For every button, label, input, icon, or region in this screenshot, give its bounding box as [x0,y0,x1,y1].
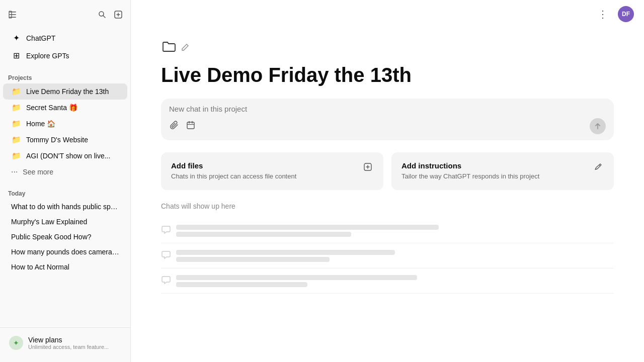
svg-rect-9 [187,122,194,129]
sidebar: ✦ ChatGPT ⊞ Explore GPTs Projects 📁 Live… [0,0,131,362]
chat-bubble-icon [161,224,171,237]
svg-line-5 [103,16,105,18]
main-content-area: ⋮ DF Live Demo Friday the 13th [131,0,644,362]
chat-item-3[interactable]: Public Speak Good How? [3,229,127,244]
avatar-button[interactable]: DF [618,6,634,22]
sidebar-item-chatgpt[interactable]: ✦ ChatGPT [3,29,127,47]
chat-placeholder-1 [161,218,614,243]
toggle-sidebar-button[interactable] [6,8,19,21]
sidebar-controls [0,4,130,25]
view-plans-icon: ✦ [9,336,23,350]
add-instructions-title: Add instructions [401,161,539,170]
add-files-subtitle: Chats in this project can access file co… [171,172,296,181]
chat-item-5[interactable]: How to Act Normal [3,259,127,275]
projects-section: Projects 📁 Live Demo Friday the 13th 📁 S… [0,66,130,182]
project-icon-row [161,38,614,58]
attach-button[interactable] [169,120,180,133]
add-instructions-icon-button[interactable] [593,161,604,174]
view-plans-text: View plans Unlimited access, team featur… [28,336,109,350]
svg-rect-1 [9,14,16,15]
folder-icon: 📁 [11,151,21,160]
chat-item-4-label: How many pounds does camera ... [11,248,119,256]
avatar-label: DF [622,11,630,18]
add-files-icon-button[interactable] [362,161,373,174]
today-label: Today [0,186,130,199]
send-button[interactable] [590,118,606,134]
chats-placeholder-label: Chats will show up here [161,202,614,210]
chat-input-area [161,99,614,140]
project-item-agi-label: AGI (DON'T show on live... [26,152,110,160]
main-header: ⋮ DF [131,0,644,28]
view-plans-title: View plans [28,336,109,344]
project-item-tommy[interactable]: 📁 Tommy D's Website [3,132,127,148]
chat-placeholder-2 [161,243,614,268]
see-more-icon: ··· [11,167,18,176]
chat-item-3-label: Public Speak Good How? [11,233,92,241]
chat-item-4[interactable]: How many pounds does camera ... [3,244,127,259]
folder-icon: 📁 [11,87,21,96]
add-instructions-text: Add instructions Tailor the way ChatGPT … [401,161,539,181]
see-more-button[interactable]: ··· See more [3,164,127,180]
project-folder-icon [161,38,177,58]
add-instructions-card[interactable]: Add instructions Tailor the way ChatGPT … [391,152,614,190]
projects-label: Projects [0,70,130,83]
more-options-button[interactable]: ⋮ [594,6,612,22]
sidebar-item-explore-gpts[interactable]: ⊞ Explore GPTs [3,47,127,64]
add-files-card[interactable]: Add files Chats in this project can acce… [161,152,383,190]
sidebar-item-explore-gpts-label: Explore GPTs [26,52,69,60]
chat-placeholder-lines-3 [176,275,614,287]
chat-bubble-icon [161,275,171,287]
chatgpt-icon: ✦ [11,33,21,43]
folder-icon: 📁 [11,103,21,112]
svg-rect-2 [9,17,16,18]
chat-placeholder-lines-2 [176,250,614,262]
chat-input[interactable] [169,105,606,113]
project-item-agi[interactable]: 📁 AGI (DON'T show on live... [3,148,127,164]
project-main: Live Demo Friday the 13th [131,28,644,362]
folder-icon: 📁 [11,119,21,128]
project-title: Live Demo Friday the 13th [161,64,614,86]
add-files-text: Add files Chats in this project can acce… [171,161,296,181]
grid-icon: ⊞ [11,51,21,60]
chat-bubble-icon [161,249,171,262]
chat-placeholder-lines-1 [176,225,614,237]
see-more-label: See more [23,168,53,176]
project-item-home[interactable]: 📁 Home 🏠 [3,116,127,132]
new-chat-button[interactable] [112,9,124,21]
placeholder-line [176,225,439,230]
chat-item-2-label: Murphy's Law Explained [11,218,87,226]
today-section: Today What to do with hands public spe..… [0,182,130,277]
sidebar-nav: ✦ ChatGPT ⊞ Explore GPTs [0,27,130,66]
svg-rect-0 [9,12,16,13]
placeholder-line [176,282,307,287]
project-item-secret-santa-label: Secret Santa 🎁 [26,104,77,112]
placeholder-line [176,275,417,280]
project-item-secret-santa[interactable]: 📁 Secret Santa 🎁 [3,100,127,116]
add-instructions-subtitle: Tailor the way ChatGPT responds in this … [401,172,539,181]
calendar-button[interactable] [185,120,196,133]
sidebar-bottom: ✦ View plans Unlimited access, team feat… [0,327,130,358]
chat-item-1-label: What to do with hands public spe... [11,203,119,211]
chat-input-tools [169,118,606,134]
dots-icon: ⋮ [598,9,608,20]
add-files-title: Add files [171,161,296,170]
project-item-home-label: Home 🏠 [26,120,55,128]
chat-placeholder-3 [161,268,614,294]
project-item-tommy-label: Tommy D's Website [26,136,88,144]
project-cards-row: Add files Chats in this project can acce… [161,152,614,190]
view-plans-sub: Unlimited access, team feature... [28,344,109,350]
chat-item-5-label: How to Act Normal [11,263,69,271]
chat-item-1[interactable]: What to do with hands public spe... [3,199,127,214]
sidebar-item-chatgpt-label: ChatGPT [26,34,55,42]
search-button[interactable] [96,9,108,21]
project-item-live-demo[interactable]: 📁 Live Demo Friday the 13th [3,83,127,100]
placeholder-line [176,250,395,255]
chat-item-2[interactable]: Murphy's Law Explained [3,214,127,229]
placeholder-line [176,257,330,262]
placeholder-line [176,232,351,237]
folder-icon: 📁 [11,135,21,144]
view-plans-item[interactable]: ✦ View plans Unlimited access, team feat… [3,332,127,354]
project-edit-icon[interactable] [181,43,189,53]
project-item-live-demo-label: Live Demo Friday the 13th [26,87,109,96]
